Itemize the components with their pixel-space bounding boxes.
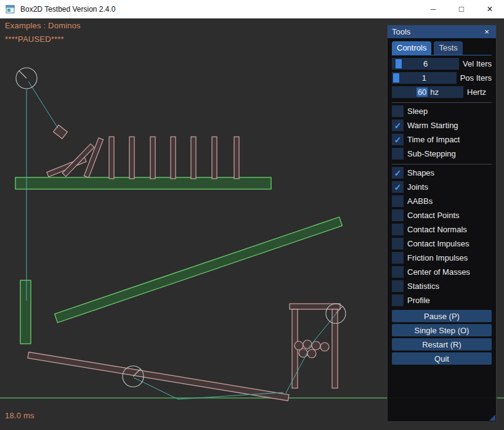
single-step-button[interactable]: Single Step (O) xyxy=(392,324,492,336)
checkbox-box[interactable]: ✓ xyxy=(392,181,404,193)
tools-panel: Tools × Controls Tests 6 Vel Iters 1 xyxy=(387,25,497,422)
tab-tests[interactable]: Tests xyxy=(434,41,462,55)
separator xyxy=(392,164,492,164)
window-title: Box2D Testbed Version 2.4.0 xyxy=(20,5,116,14)
checkbox-sleep[interactable]: ✓ Sleep xyxy=(392,105,492,117)
pendulum-box xyxy=(54,125,68,139)
app-icon xyxy=(6,4,15,14)
checkbox-time-of-impact[interactable]: ✓ Time of Impact xyxy=(392,134,492,145)
frame-time-label: 18.0 ms xyxy=(5,411,35,420)
hertz-value: 60 xyxy=(417,87,428,97)
separator xyxy=(392,102,492,103)
vel-iters-label: Vel Iters xyxy=(463,59,492,68)
checkbox-box[interactable]: ✓ xyxy=(392,280,404,292)
checkbox-contact-points[interactable]: ✓ Contact Points xyxy=(392,209,492,221)
hertz-unit: hz xyxy=(430,87,439,97)
window-controls: ─ □ × xyxy=(419,0,504,18)
checkbox-box[interactable]: ✓ xyxy=(392,209,404,221)
vel-iters-value: 6 xyxy=(423,59,428,68)
check-icon: ✓ xyxy=(394,183,402,192)
checkbox-statistics[interactable]: ✓ Statistics xyxy=(392,280,492,292)
vertical-bar xyxy=(20,280,31,344)
close-button[interactable]: × xyxy=(476,0,504,18)
maximize-button[interactable]: □ xyxy=(447,0,476,18)
checkbox-contact-impulses[interactable]: ✓ Contact Impulses xyxy=(392,238,492,249)
checkbox-box[interactable]: ✓ xyxy=(392,134,404,145)
checkbox-aabbs[interactable]: ✓ AABBs xyxy=(392,195,492,207)
check-icon: ✓ xyxy=(394,169,402,177)
hertz-row: 60 hz Hertz xyxy=(392,86,492,98)
hertz-input[interactable]: 60 hz xyxy=(392,86,463,98)
tools-panel-body: Controls Tests 6 Vel Iters 1 Pos Iters xyxy=(388,38,496,365)
pos-iters-value: 1 xyxy=(422,73,426,83)
pos-iters-label: Pos Iters xyxy=(460,73,492,83)
checkbox-box[interactable]: ✓ xyxy=(392,294,404,306)
cradle-balls xyxy=(295,340,329,358)
domino-shelf xyxy=(15,177,271,189)
button-group: Pause (P) Single Step (O) Restart (R) Qu… xyxy=(392,310,492,365)
paused-label: ****PAUSED**** xyxy=(5,34,64,44)
checkbox-sub-stepping[interactable]: ✓ Sub-Stepping xyxy=(392,148,492,160)
checkbox-center-of-masses[interactable]: ✓ Center of Masses xyxy=(392,266,492,278)
checkbox-box[interactable]: ✓ xyxy=(392,252,404,264)
checkbox-contact-normals[interactable]: ✓ Contact Normals xyxy=(392,224,492,235)
falling-dominoes xyxy=(47,138,104,177)
check-icon: ✓ xyxy=(394,121,402,130)
tools-panel-close-icon[interactable]: × xyxy=(482,27,492,37)
checkbox-box[interactable]: ✓ xyxy=(392,266,404,278)
check-icon: ✓ xyxy=(394,136,402,144)
hertz-label: Hertz xyxy=(467,87,486,97)
tools-panel-title: Tools xyxy=(392,27,482,36)
upright-dominoes xyxy=(109,137,239,179)
checkbox-box[interactable]: ✓ xyxy=(392,167,404,179)
vel-iters-slider[interactable]: 6 xyxy=(392,58,459,70)
bottom-plank xyxy=(28,352,289,400)
vel-iters-row: 6 Vel Iters xyxy=(392,58,492,70)
tab-controls[interactable]: Controls xyxy=(392,41,431,55)
example-label: Examples : Dominos xyxy=(5,21,81,30)
checkbox-box[interactable]: ✓ xyxy=(392,238,404,249)
resize-grip-icon[interactable] xyxy=(489,415,495,421)
checkbox-box[interactable]: ✓ xyxy=(392,120,404,131)
window-titlebar[interactable]: Box2D Testbed Version 2.4.0 ─ □ × xyxy=(0,0,504,18)
dynamic-bodies xyxy=(28,125,340,401)
pos-iters-row: 1 Pos Iters xyxy=(392,72,492,84)
pos-iters-slider[interactable]: 1 xyxy=(392,72,457,84)
checkbox-box[interactable]: ✓ xyxy=(392,195,404,207)
checkbox-friction-impulses[interactable]: ✓ Friction Impulses xyxy=(392,252,492,264)
checkbox-profile[interactable]: ✓ Profile xyxy=(392,294,492,306)
quit-button[interactable]: Quit xyxy=(392,352,492,365)
restart-button[interactable]: Restart (R) xyxy=(392,338,492,351)
pendulum-circle xyxy=(16,68,37,89)
checkbox-joints[interactable]: ✓ Joints xyxy=(392,181,492,193)
minimize-button[interactable]: ─ xyxy=(419,0,447,18)
checkbox-box[interactable]: ✓ xyxy=(392,105,404,117)
tabbar: Controls Tests xyxy=(392,41,492,55)
vel-iters-slider-grab[interactable] xyxy=(396,59,402,68)
checkbox-warm-starting[interactable]: ✓ Warm Starting xyxy=(392,120,492,131)
checkbox-box[interactable]: ✓ xyxy=(392,224,404,235)
pos-iters-slider-grab[interactable] xyxy=(393,73,399,83)
checkbox-shapes[interactable]: ✓ Shapes xyxy=(392,167,492,179)
checkbox-box[interactable]: ✓ xyxy=(392,148,404,160)
pause-button[interactable]: Pause (P) xyxy=(392,310,492,322)
tools-panel-titlebar[interactable]: Tools × xyxy=(388,25,496,38)
app-window: Examples : Dominos ****PAUSED**** 18.0 m… xyxy=(0,0,504,430)
